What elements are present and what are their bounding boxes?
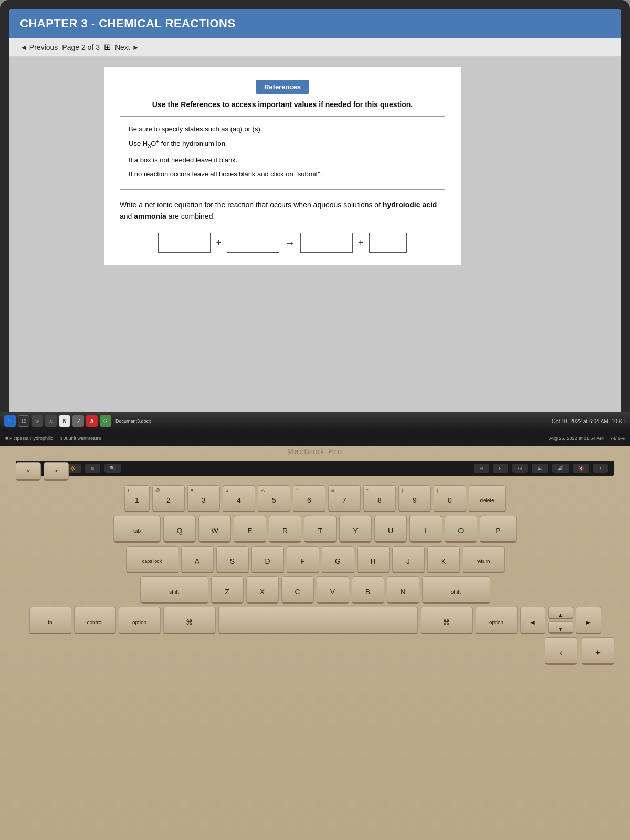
taskbar-icon-g[interactable]: G bbox=[100, 415, 111, 427]
key-p[interactable]: P bbox=[480, 516, 517, 543]
key-bracket-angle[interactable]: ‹ bbox=[545, 637, 578, 665]
key-control[interactable]: control bbox=[74, 607, 116, 634]
taskbar-time: Oct 10, 2022 at 6:04 AM bbox=[552, 418, 608, 424]
key-fn[interactable]: fn bbox=[29, 607, 71, 634]
key-w[interactable]: W bbox=[198, 516, 231, 543]
key-command-right[interactable]: ⌘ bbox=[421, 607, 473, 634]
key-u[interactable]: U bbox=[374, 516, 407, 543]
key-d[interactable]: D bbox=[251, 546, 284, 573]
key-space[interactable] bbox=[218, 607, 418, 634]
key-s[interactable]: S bbox=[216, 546, 249, 573]
next-button[interactable]: Next ► bbox=[115, 43, 140, 51]
key-k[interactable]: K bbox=[427, 546, 460, 573]
ref-rule-2: Use H3O+ for the hydronium ion. bbox=[129, 137, 436, 151]
key-6[interactable]: ^6 bbox=[293, 485, 326, 512]
keyboard-area: < > !1 @2 #3 $4 %5 ^6 &7 *8 (9 )0 delete… bbox=[16, 462, 614, 830]
taskbar-icon-finder[interactable]: 🔵 bbox=[4, 415, 16, 427]
key-7[interactable]: &7 bbox=[328, 485, 361, 512]
key-right[interactable]: ► bbox=[576, 607, 601, 634]
key-left[interactable]: ◄ bbox=[520, 607, 545, 634]
reference-box: Be sure to specify states such as (aq) o… bbox=[120, 116, 445, 190]
key-y[interactable]: Y bbox=[339, 516, 372, 543]
key-8[interactable]: *8 bbox=[363, 485, 396, 512]
key-z[interactable]: Z bbox=[211, 576, 244, 604]
ref-rule-4: If no reaction occurs leave all boxes bl… bbox=[129, 168, 436, 180]
screen-content: CHAPTER 3 - CHEMICAL REACTIONS ◄ Previou… bbox=[9, 9, 621, 421]
key-3[interactable]: #3 bbox=[187, 485, 220, 512]
document-area: References Use the References to access … bbox=[104, 67, 461, 265]
equation-input-1[interactable] bbox=[158, 233, 211, 253]
ref-rule-3: If a box is not needed leave it blank. bbox=[129, 154, 436, 166]
key-up[interactable]: ▲ bbox=[548, 607, 573, 620]
key-0[interactable]: )0 bbox=[434, 485, 466, 512]
taskbar-icon-slash[interactable]: ⟋ bbox=[72, 415, 84, 427]
key-j[interactable]: J bbox=[392, 546, 425, 573]
key-gear[interactable]: ✦ bbox=[582, 637, 614, 665]
key-shift-left[interactable]: shift bbox=[140, 576, 208, 604]
next-label: Next bbox=[115, 43, 130, 51]
key-right-chevron[interactable]: > bbox=[44, 462, 69, 481]
keyboard-row-asdf: caps lock A S D F G H J K return bbox=[16, 546, 614, 573]
key-n[interactable]: N bbox=[387, 576, 419, 604]
key-return[interactable]: return bbox=[463, 546, 505, 573]
key-1[interactable]: !1 bbox=[124, 485, 150, 512]
key-down[interactable]: ▼ bbox=[548, 621, 573, 634]
keyboard-row-numbers: !1 @2 #3 $4 %5 ^6 &7 *8 (9 )0 delete bbox=[16, 485, 614, 512]
key-b[interactable]: B bbox=[352, 576, 384, 604]
key-2[interactable]: @2 bbox=[152, 485, 185, 512]
key-i[interactable]: I bbox=[410, 516, 442, 543]
key-x[interactable]: X bbox=[246, 576, 279, 604]
key-t[interactable]: T bbox=[304, 516, 337, 543]
key-f[interactable]: F bbox=[287, 546, 319, 573]
keyboard-row-chevrons: < > bbox=[16, 462, 614, 481]
question-suffix: are combined. bbox=[169, 212, 215, 220]
taskbar-icon-tv[interactable]: tv bbox=[32, 415, 43, 427]
key-shift-right[interactable]: shift bbox=[422, 576, 490, 604]
taskbar-icon-music[interactable]: ♫ bbox=[45, 415, 57, 427]
key-tab[interactable]: tab bbox=[113, 516, 161, 543]
nav-bar: ◄ Previous Page 2 of 3 ⊞ Next ► bbox=[9, 38, 621, 57]
references-button[interactable]: References bbox=[256, 80, 309, 94]
key-capslock[interactable]: caps lock bbox=[126, 546, 178, 573]
key-command-left[interactable]: ⌘ bbox=[163, 607, 216, 634]
key-5[interactable]: %5 bbox=[258, 485, 290, 512]
keyboard-row-zxcv: shift Z X C V B N shift bbox=[16, 576, 614, 604]
key-r[interactable]: R bbox=[269, 516, 301, 543]
key-v[interactable]: V bbox=[317, 576, 349, 604]
key-9[interactable]: (9 bbox=[398, 485, 431, 512]
key-o[interactable]: O bbox=[445, 516, 477, 543]
previous-arrow-icon: ◄ bbox=[20, 43, 27, 51]
taskbar-icon-n[interactable]: N bbox=[59, 415, 70, 427]
key-a[interactable]: A bbox=[181, 546, 214, 573]
key-e[interactable]: E bbox=[234, 516, 266, 543]
equation-input-4[interactable] bbox=[369, 233, 407, 253]
key-option-right[interactable]: option bbox=[476, 607, 518, 634]
page-info: Page 2 of 3 bbox=[62, 43, 100, 51]
notif-text-1: ■ Fictpesta Hydrophilic bbox=[5, 436, 53, 441]
keyboard-row-qwerty: tab Q W E R T Y U I O P bbox=[16, 516, 614, 543]
question-text: Write a net ionic equation for the react… bbox=[120, 199, 445, 223]
taskbar-icon-12[interactable]: 12 bbox=[18, 415, 29, 427]
key-delete[interactable]: delete bbox=[469, 485, 506, 512]
key-left-chevron[interactable]: < bbox=[16, 462, 41, 481]
arrow-keys-updown: ▲ ▼ bbox=[548, 607, 573, 634]
key-h[interactable]: H bbox=[357, 546, 390, 573]
plus-symbol-1: + bbox=[216, 237, 222, 248]
previous-button[interactable]: ◄ Previous bbox=[20, 43, 58, 51]
question-bold1: hydroiodic acid bbox=[383, 201, 437, 209]
previous-label: Previous bbox=[29, 43, 58, 51]
key-q[interactable]: Q bbox=[163, 516, 196, 543]
taskbar-icon-a[interactable]: A bbox=[86, 415, 98, 427]
key-g[interactable]: G bbox=[322, 546, 354, 573]
app-header: CHAPTER 3 - CHEMICAL REACTIONS bbox=[9, 9, 621, 38]
key-4[interactable]: $4 bbox=[223, 485, 255, 512]
notification-bar: ■ Fictpesta Hydrophilic It Juunit wennre… bbox=[0, 430, 630, 446]
equation-input-3[interactable] bbox=[300, 233, 353, 253]
key-option[interactable]: option bbox=[119, 607, 161, 634]
references-instruction: Use the References to access important v… bbox=[120, 100, 445, 109]
keyboard-row-space: fn control option ⌘ ⌘ option ◄ ▲ ▼ ► bbox=[16, 607, 614, 634]
key-c[interactable]: C bbox=[281, 576, 314, 604]
question-prefix: Write a net ionic equation for the react… bbox=[120, 201, 383, 209]
next-arrow-icon: ► bbox=[132, 43, 140, 51]
equation-input-2[interactable] bbox=[227, 233, 279, 253]
